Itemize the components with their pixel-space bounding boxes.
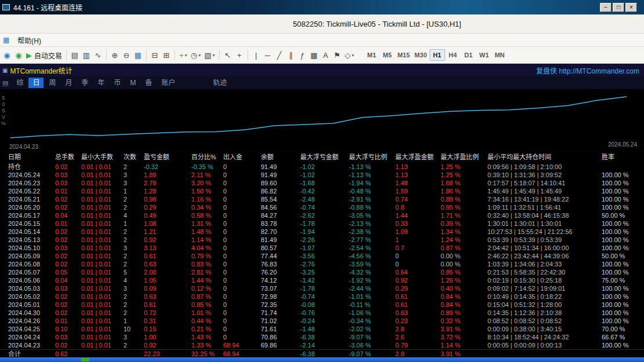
candlestick-chart-icon[interactable]: ▥ <box>81 49 92 61</box>
table-row[interactable]: 2024.05.150.010.01 | 0.0111.081.31 %083.… <box>0 220 644 228</box>
cascade-windows-icon[interactable]: ⊟ <box>149 49 161 61</box>
table-row[interactable]: 2024.05.010.020.01 | 0.0120.610.85 %072.… <box>0 301 644 309</box>
tile-windows-icon[interactable]: ▦ <box>132 49 144 61</box>
cell-win: 100.00 % <box>602 179 644 187</box>
cell-dd_pct: -0.88 % <box>349 203 395 211</box>
toolbar-separator <box>219 50 220 60</box>
channel-icon[interactable]: ∥ <box>285 49 297 61</box>
zoom-out-icon[interactable]: ⊖ <box>121 49 132 61</box>
table-row[interactable]: 2024.05.140.020.01 | 0.0121.211.48 %082.… <box>0 228 644 236</box>
table-row[interactable]: 2024.05.220.010.01 | 0.0111.281.50 %086.… <box>0 187 644 195</box>
tab-日[interactable]: 日 <box>28 78 43 88</box>
taskbar-strip[interactable] <box>0 357 644 362</box>
timeframe-M5[interactable]: M5 <box>380 49 395 61</box>
taskbar-item-green[interactable] <box>81 358 89 361</box>
timeframe-H1[interactable]: H1 <box>430 49 445 61</box>
periods-icon[interactable]: ◷▾ <box>189 49 202 61</box>
cell-dd_pct: -0.48 % <box>349 187 395 195</box>
table-row[interactable]: 2024.05.080.020.01 | 0.0120.630.83 %076.… <box>0 260 644 268</box>
cell-inout: 0 <box>223 317 261 325</box>
tab-轨迹[interactable]: 轨迹 <box>209 78 231 88</box>
mtcommander-link[interactable]: 复盘侠 http://MTCommander.com <box>536 65 639 75</box>
minimize-button[interactable]: − <box>600 3 612 12</box>
cell-dd_pct: -9.07 % <box>349 350 395 357</box>
table-row[interactable]: 2024.05.130.020.01 | 0.0120.921.14 %081.… <box>0 236 644 244</box>
tab-备[interactable]: 备 <box>141 78 157 88</box>
line-chart-icon[interactable]: ∿ <box>92 49 104 61</box>
table-row[interactable]: 2024.05.060.040.01 | 0.0141.051.44 %074.… <box>0 276 644 284</box>
indicators-icon[interactable]: +▾ <box>177 49 189 61</box>
cell-pl_pct: 4.04 % <box>191 244 223 252</box>
panel-menu-icon[interactable]: ▤ <box>2 79 8 87</box>
text-icon[interactable]: A <box>320 49 332 61</box>
tab-币[interactable]: 币 <box>110 78 125 88</box>
cell-balance: 76.20 <box>261 268 300 276</box>
cell-minmax: 0.01 | 0.01 <box>81 292 123 301</box>
vertical-line-icon[interactable]: | <box>250 49 262 61</box>
crosshair-icon[interactable]: + <box>234 49 245 61</box>
table-row[interactable]: 2024.05.030.030.01 | 0.0130.090.12 %073.… <box>0 284 644 292</box>
arrow-label-icon[interactable]: ⚑ <box>332 49 343 61</box>
tab-账户[interactable]: 账户 <box>158 78 180 88</box>
trendline-icon[interactable]: ╱ <box>274 49 285 61</box>
mql5-icon[interactable]: ◉ <box>1 49 13 61</box>
table-row[interactable]: 2024.05.210.020.01 | 0.0120.981.16 %085.… <box>0 195 644 203</box>
cell-pl_pct: 1.44 % <box>191 276 223 284</box>
cell-count: 2 <box>123 292 144 301</box>
close-button[interactable]: × <box>625 3 637 12</box>
community-icon[interactable]: ◉ <box>13 49 24 61</box>
shapes-icon[interactable]: ◇▾ <box>343 49 356 61</box>
table-row[interactable]: 2024.04.250.100.01 | 0.01100.150.21 %071… <box>0 325 644 333</box>
tab-周[interactable]: 周 <box>45 78 60 88</box>
cell-up: 2.6 <box>395 333 441 341</box>
horizontal-line-icon[interactable]: ─ <box>262 49 274 61</box>
tab-年[interactable]: 年 <box>93 78 108 88</box>
panel-title: MTCommander统计 <box>10 65 72 75</box>
autotrade-button[interactable]: ▶自动交易 <box>24 49 64 61</box>
templates-icon[interactable]: ▧▾ <box>202 49 216 61</box>
tab-综[interactable]: 综 <box>12 78 27 88</box>
table-row[interactable]: 合计0.6222.2332.25 %68.94-6.38-9.07 %2.83.… <box>0 349 644 357</box>
cell-up_pct: 0.87 % <box>441 244 487 252</box>
cursor-icon[interactable]: ↖ <box>222 49 234 61</box>
cell-up_pct: 0.88 % <box>441 195 487 203</box>
tab-季[interactable]: 季 <box>77 78 92 88</box>
table-row[interactable]: 2024.05.170.040.01 | 0.0140.490.58 %084.… <box>0 211 644 220</box>
timeframe-M15[interactable]: M15 <box>395 49 412 61</box>
timeframe-M1[interactable]: M1 <box>364 49 380 61</box>
restore-button[interactable]: □ <box>613 3 624 12</box>
cell-win: 100.00 % <box>602 228 644 236</box>
menu-bar: ▦ 帮助(H) <box>0 34 644 47</box>
cell-lots: 0.03 <box>55 171 81 179</box>
table-row[interactable]: 2024.04.260.010.01 | 0.0110.310.44 %071.… <box>0 317 644 325</box>
fibonacci-icon[interactable]: ƒ <box>297 49 308 61</box>
menu-help[interactable]: 帮助(H) <box>13 35 46 45</box>
timeframe-H4[interactable]: H4 <box>445 49 461 61</box>
cell-up: 0.7 <box>395 244 441 252</box>
grid-icon[interactable]: ▩ <box>308 49 320 61</box>
table-row[interactable]: 2024.05.100.030.01 | 0.0133.134.04 %080.… <box>0 244 644 252</box>
timeframe-W1[interactable]: W1 <box>476 49 492 61</box>
table-row[interactable]: 2024.05.070.050.01 | 0.0152.082.81 %076.… <box>0 268 644 276</box>
table-row[interactable]: 2024.04.240.030.01 | 0.0131.001.43 %070.… <box>0 333 644 341</box>
table-row[interactable]: 2024.05.200.020.01 | 0.0120.290.34 %084.… <box>0 203 644 211</box>
table-row[interactable]: 2024.05.020.020.01 | 0.0120.630.87 %072.… <box>0 292 644 301</box>
timeframe-M30[interactable]: M30 <box>412 49 429 61</box>
table-row[interactable]: 2024.04.300.020.01 | 0.0120.721.01 %071.… <box>0 309 644 317</box>
timeframe-MN[interactable]: MN <box>492 49 508 61</box>
cell-date: 2024.05.08 <box>8 260 55 268</box>
table-row[interactable]: 2024.05.240.030.01 | 0.0131.892.11 %091.… <box>0 171 644 179</box>
rdp-title-bar[interactable]: 44.161 - 远程桌面连接 −□× <box>0 0 644 14</box>
zoom-in-icon[interactable]: ⊕ <box>109 49 121 61</box>
bar-chart-icon[interactable]: ▤ <box>69 49 81 61</box>
table-row[interactable]: 2024.04.230.020.01 | 0.0120.921.33 %68.9… <box>0 341 644 349</box>
window-title-bar[interactable]: 5082250: Tickmill-Live05 - Tickmill Ltd … <box>0 14 644 34</box>
table-row[interactable]: 2024.05.090.020.01 | 0.0120.610.79 %077.… <box>0 252 644 260</box>
table-row[interactable]: 2024.05.230.030.01 | 0.0132.783.20 %089.… <box>0 179 644 187</box>
timeframe-D1[interactable]: D1 <box>461 49 476 61</box>
tab-M[interactable]: M <box>126 78 140 88</box>
tab-月[interactable]: 月 <box>61 78 76 88</box>
table-row[interactable]: 持仓0.020.01 | 0.012-0.32-0.35 %091.49-1.0… <box>0 163 644 171</box>
arrange-windows-icon[interactable]: ⊞ <box>161 49 172 61</box>
cell-up_pct: 0.84 % <box>441 301 487 309</box>
